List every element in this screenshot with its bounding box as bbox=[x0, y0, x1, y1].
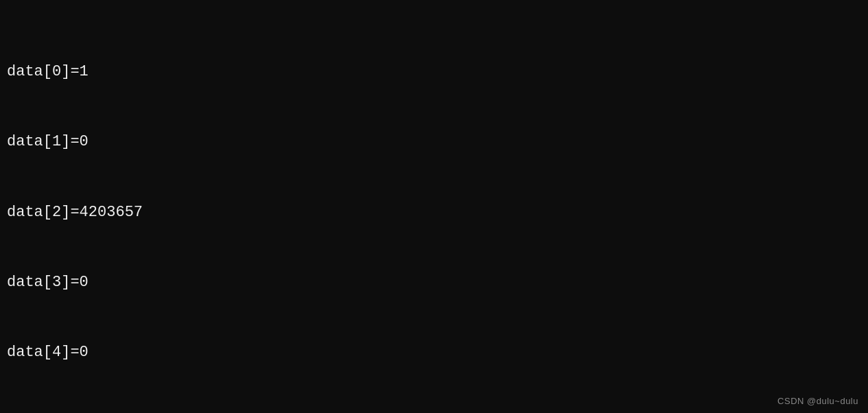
data-line-2: data[2]=4203657 bbox=[7, 201, 861, 224]
data-line-1: data[1]=0 bbox=[7, 130, 861, 154]
data-line-3: data[3]=0 bbox=[7, 271, 861, 294]
data-line-4: data[4]=0 bbox=[7, 341, 861, 364]
terminal-window: data[0]=1 data[1]=0 data[2]=4203657 data… bbox=[0, 0, 868, 413]
watermark: CSDN @dulu~dulu bbox=[777, 396, 858, 406]
data-line-0: data[0]=1 bbox=[7, 60, 861, 84]
